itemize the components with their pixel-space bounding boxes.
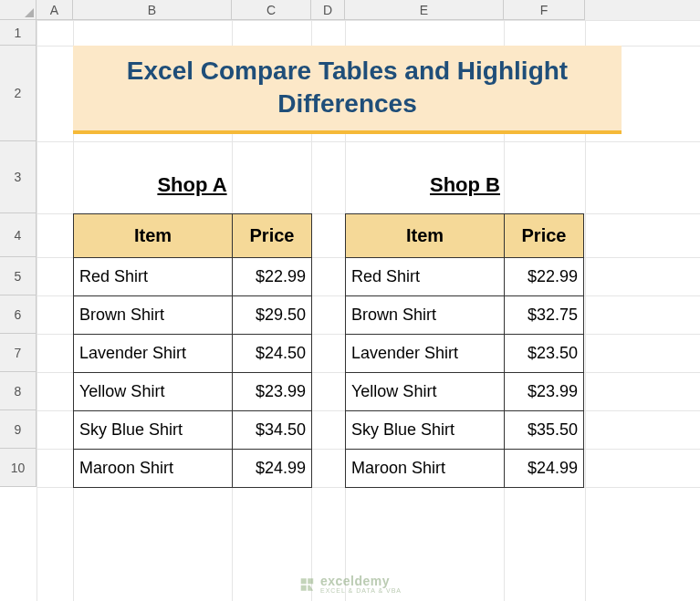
column-header-E[interactable]: E (345, 0, 504, 20)
cell-price[interactable]: $35.50 (505, 411, 584, 450)
cell-price[interactable]: $24.99 (505, 450, 584, 488)
cell-price[interactable]: $23.50 (505, 335, 584, 373)
table-row: Lavender Shirt$23.50 (346, 335, 584, 373)
header-item[interactable]: Item (346, 214, 505, 258)
shop-a-label: Shop A (73, 173, 311, 197)
cell-item[interactable]: Lavender Shirt (74, 335, 233, 373)
cell-price[interactable]: $32.75 (505, 296, 584, 335)
cell-item[interactable]: Maroon Shirt (346, 450, 505, 488)
shop-b-label: Shop B (345, 173, 585, 197)
row-header-6[interactable]: 6 (0, 295, 37, 334)
table-row: Brown Shirt$29.50 (74, 296, 312, 335)
row-headers: 12345678910 (0, 20, 37, 487)
cell-item[interactable]: Red Shirt (74, 258, 233, 296)
row-header-9[interactable]: 9 (0, 410, 37, 449)
row-header-8[interactable]: 8 (0, 372, 37, 410)
column-header-A[interactable]: A (37, 0, 73, 20)
table-row: Sky Blue Shirt$34.50 (74, 411, 312, 450)
row-header-7[interactable]: 7 (0, 334, 37, 372)
cell-price[interactable]: $23.99 (233, 373, 312, 411)
row-header-10[interactable]: 10 (0, 449, 37, 487)
cell-item[interactable]: Yellow Shirt (74, 373, 233, 411)
table-row: Yellow Shirt$23.99 (74, 373, 312, 411)
title-area: Excel Compare Tables and Highlight Diffe… (73, 46, 622, 137)
cell-price[interactable]: $29.50 (233, 296, 312, 335)
column-header-F[interactable]: F (504, 0, 585, 20)
cell-item[interactable]: Brown Shirt (74, 296, 233, 335)
cell-item[interactable]: Maroon Shirt (74, 450, 233, 488)
header-price[interactable]: Price (233, 214, 312, 258)
shop-b-table: Item Price Red Shirt$22.99Brown Shirt$32… (345, 213, 584, 488)
column-header-C[interactable]: C (232, 0, 311, 20)
cell-price[interactable]: $22.99 (233, 258, 312, 296)
table-row: Red Shirt$22.99 (74, 258, 312, 296)
page-title: Excel Compare Tables and Highlight Diffe… (73, 46, 622, 130)
column-headers: ABCDEF (37, 0, 700, 20)
watermark: exceldemy EXCEL & DATA & VBA (298, 575, 402, 594)
cell-price[interactable]: $22.99 (505, 258, 584, 296)
cell-item[interactable]: Sky Blue Shirt (74, 411, 233, 450)
table-header-row: Item Price (74, 214, 312, 258)
table-row: Sky Blue Shirt$35.50 (346, 411, 584, 450)
watermark-main: exceldemy (320, 575, 402, 587)
table-row: Maroon Shirt$24.99 (74, 450, 312, 488)
select-all-triangle[interactable] (0, 0, 37, 20)
cell-item[interactable]: Red Shirt (346, 258, 505, 296)
header-price[interactable]: Price (505, 214, 584, 258)
row-header-4[interactable]: 4 (0, 213, 37, 257)
table-header-row: Item Price (346, 214, 584, 258)
table-row: Lavender Shirt$24.50 (74, 335, 312, 373)
cell-item[interactable]: Lavender Shirt (346, 335, 505, 373)
cell-item[interactable]: Yellow Shirt (346, 373, 505, 411)
cell-price[interactable]: $24.50 (233, 335, 312, 373)
column-header-D[interactable]: D (311, 0, 345, 20)
table-row: Brown Shirt$32.75 (346, 296, 584, 335)
table-row: Red Shirt$22.99 (346, 258, 584, 296)
table-row: Maroon Shirt$24.99 (346, 450, 584, 488)
table-row: Yellow Shirt$23.99 (346, 373, 584, 411)
cell-item[interactable]: Sky Blue Shirt (346, 411, 505, 450)
cell-price[interactable]: $24.99 (233, 450, 312, 488)
header-item[interactable]: Item (74, 214, 233, 258)
title-underline (73, 130, 622, 134)
column-header-B[interactable]: B (73, 0, 232, 20)
row-header-3[interactable]: 3 (0, 141, 37, 213)
watermark-logo-icon (298, 576, 315, 593)
cell-price[interactable]: $23.99 (505, 373, 584, 411)
shop-a-table: Item Price Red Shirt$22.99Brown Shirt$29… (73, 213, 312, 488)
row-header-2[interactable]: 2 (0, 46, 37, 141)
watermark-sub: EXCEL & DATA & VBA (320, 587, 402, 594)
row-header-5[interactable]: 5 (0, 257, 37, 295)
row-header-1[interactable]: 1 (0, 20, 37, 46)
cell-price[interactable]: $34.50 (233, 411, 312, 450)
cell-item[interactable]: Brown Shirt (346, 296, 505, 335)
